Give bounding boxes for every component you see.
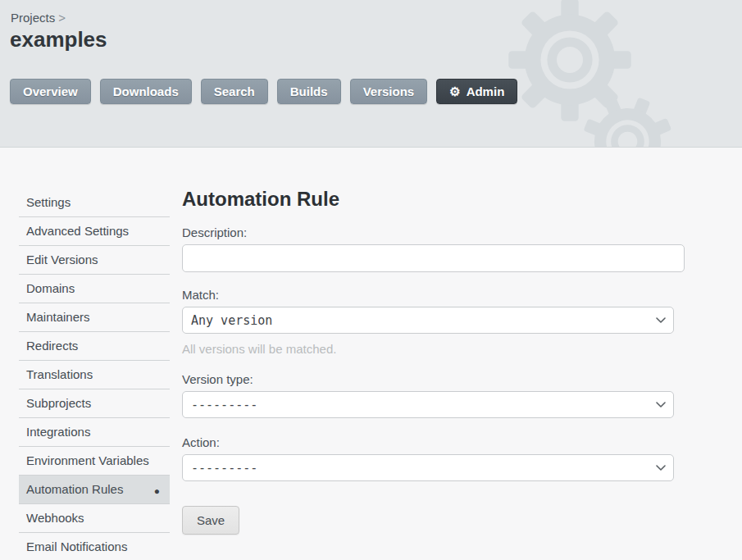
version-type-label: Version type: [182, 371, 685, 388]
match-label: Match: [182, 287, 685, 303]
sidebar-item-edit-versions[interactable]: Edit Versions [19, 246, 170, 275]
sidebar-item-translations[interactable]: Translations [19, 361, 170, 389]
action-select-value: --------- [191, 461, 257, 476]
project-header: Projects> examples Overview Downloads Se… [0, 0, 742, 148]
active-item-dot-icon: ● [154, 483, 160, 499]
sidebar-item-webhooks[interactable]: Webhooks [19, 504, 170, 533]
project-nav-tabs: Overview Downloads Search Builds Version… [10, 79, 517, 104]
sidebar-item-advanced-settings[interactable]: Advanced Settings [19, 217, 170, 246]
action-label: Action: [182, 435, 685, 451]
breadcrumb-separator: > [58, 11, 66, 25]
description-label: Description: [182, 225, 685, 241]
sidebar-item-maintainers[interactable]: Maintainers [19, 303, 170, 332]
match-select-value: Any version [191, 313, 272, 328]
sidebar-item-environment-variables[interactable]: Environment Variables [19, 447, 170, 476]
sidebar-item-domains[interactable]: Domains [19, 275, 170, 303]
match-select[interactable]: Any version [182, 307, 674, 334]
tab-downloads[interactable]: Downloads [100, 79, 192, 104]
admin-sidebar: Settings Advanced Settings Edit Versions… [19, 189, 170, 560]
sidebar-item-automation-rules[interactable]: Automation Rules ● [19, 476, 170, 504]
sidebar-item-settings[interactable]: Settings [19, 189, 170, 217]
chevron-down-icon [656, 465, 666, 471]
sidebar-item-email-notifications[interactable]: Email Notifications [19, 533, 170, 560]
breadcrumb: Projects> [11, 11, 66, 25]
sidebar-item-redirects[interactable]: Redirects [19, 332, 170, 361]
admin-gear-icon: ⚙ [449, 85, 460, 98]
tab-builds[interactable]: Builds [277, 79, 341, 104]
version-type-select-value: --------- [191, 398, 257, 412]
tab-admin-label: Admin [467, 84, 505, 99]
save-button[interactable]: Save [182, 506, 239, 535]
chevron-down-icon [656, 317, 666, 324]
match-help-text: All versions will be matched. [182, 342, 685, 357]
page-title: examples [10, 27, 107, 52]
description-input[interactable] [182, 244, 685, 272]
form-heading: Automation Rule [182, 187, 685, 212]
sidebar-item-subprojects[interactable]: Subprojects [19, 389, 170, 418]
tab-search[interactable]: Search [201, 79, 268, 104]
tab-admin[interactable]: ⚙ Admin [436, 79, 517, 104]
breadcrumb-projects-link[interactable]: Projects [11, 11, 55, 25]
sidebar-item-integrations[interactable]: Integrations [19, 418, 170, 447]
automation-rule-form: Automation Rule Description: Match: Any … [182, 187, 685, 535]
tab-overview[interactable]: Overview [10, 79, 91, 104]
admin-content: Settings Advanced Settings Edit Versions… [0, 148, 742, 560]
sidebar-item-label: Automation Rules [26, 482, 123, 496]
chevron-down-icon [656, 402, 666, 408]
version-type-select[interactable]: --------- [182, 391, 674, 418]
tab-versions[interactable]: Versions [350, 79, 428, 104]
action-select[interactable]: --------- [182, 454, 674, 481]
